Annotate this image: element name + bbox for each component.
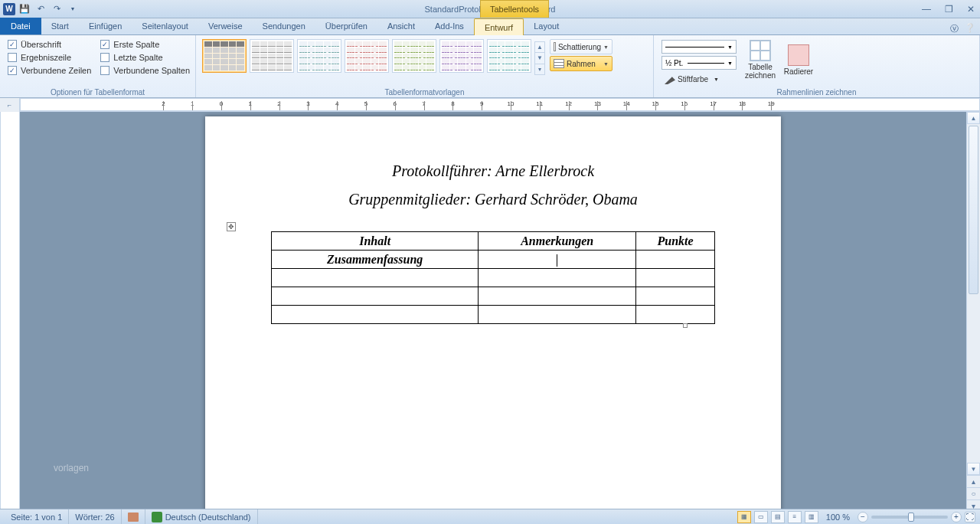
doc-line-gruppenmitglieder[interactable]: Gruppenmitglieder: Gerhard Schröder, Oba… xyxy=(236,191,750,208)
prev-page-button[interactable]: ▴ xyxy=(967,475,980,487)
save-icon[interactable]: 💾 xyxy=(18,2,31,16)
table-cell[interactable]: Zusammenfassung xyxy=(272,251,479,269)
zoom-level-label[interactable]: 100 % xyxy=(822,513,854,522)
line-weight-dropdown[interactable]: ½ Pt.▼ xyxy=(662,56,737,70)
zoom-out-button[interactable]: − xyxy=(858,512,868,522)
zoom-fit-button[interactable]: ⛶ xyxy=(965,512,975,522)
border-grid-icon xyxy=(554,59,564,68)
checkbox-ueberschrift[interactable]: ✓Überschrift xyxy=(8,40,91,49)
group-label-styles: Tabellenformatvorlagen xyxy=(196,88,653,97)
word-app-icon[interactable]: W xyxy=(3,3,15,15)
table-style-5[interactable] xyxy=(392,39,436,73)
qat-dropdown-icon[interactable]: ▼ xyxy=(66,2,80,16)
file-tab[interactable]: Datei xyxy=(0,18,41,34)
tab-ansicht[interactable]: Ansicht xyxy=(377,18,425,34)
tab-addins[interactable]: Add-Ins xyxy=(425,18,474,34)
tab-layout[interactable]: Layout xyxy=(524,18,569,34)
gallery-scroll-down-icon[interactable]: ▼ xyxy=(535,53,544,64)
scroll-up-button[interactable]: ▲ xyxy=(967,112,980,124)
table-row: Zusammenfassung xyxy=(272,251,715,269)
status-page[interactable]: Seite: 1 von 1 xyxy=(5,509,69,524)
table-style-2[interactable] xyxy=(250,39,294,73)
checkbox-erste-spalte[interactable]: ✓Erste Spalte xyxy=(100,40,190,49)
horizontal-ruler[interactable]: 21012345678910111213141516171819 xyxy=(20,98,980,111)
table-style-1[interactable] xyxy=(202,39,247,73)
eraser-button[interactable]: Radierer xyxy=(779,37,818,83)
tab-verweise[interactable]: Verweise xyxy=(198,18,253,34)
scroll-track[interactable] xyxy=(967,124,980,463)
gallery-expand-icon[interactable]: ▾ xyxy=(535,64,544,74)
tab-seitenlayout[interactable]: Seitenlayout xyxy=(132,18,198,34)
zoom-slider[interactable] xyxy=(871,516,948,519)
help-icon[interactable]: ❔ xyxy=(965,23,975,34)
table-cell[interactable] xyxy=(636,287,715,306)
borders-button[interactable]: Rahmen▼ xyxy=(550,56,612,71)
table-header-punkte[interactable]: Punkte xyxy=(636,232,715,251)
table-style-4[interactable] xyxy=(345,39,389,73)
tab-entwurf[interactable]: Entwurf xyxy=(474,18,524,35)
status-word-count[interactable]: Wörter: 26 xyxy=(69,509,121,524)
draw-table-icon xyxy=(750,40,771,61)
table-cell-active[interactable] xyxy=(479,251,636,269)
scroll-thumb[interactable] xyxy=(969,126,978,294)
table-cell[interactable] xyxy=(479,269,636,287)
table-cell[interactable] xyxy=(272,306,479,324)
scroll-down-button[interactable]: ▼ xyxy=(967,463,980,475)
table-cell[interactable] xyxy=(272,287,479,306)
doc-line-protokollfuehrer[interactable]: Protokollführer: Arne Ellerbrock xyxy=(236,162,750,180)
checkbox-ergebniszeile[interactable]: Ergebniszeile xyxy=(8,53,91,62)
table-cell[interactable] xyxy=(479,306,636,324)
view-outline-icon[interactable]: ≡ xyxy=(788,511,802,523)
restore-button[interactable]: ❐ xyxy=(942,4,956,15)
vertical-ruler[interactable] xyxy=(0,112,20,512)
ribbon: ✓Überschrift Ergebniszeile ✓Verbundene Z… xyxy=(0,35,980,98)
table-style-7[interactable] xyxy=(487,39,531,73)
view-fullscreen-icon[interactable]: ▭ xyxy=(754,511,768,523)
checkbox-verbundene-spalten[interactable]: Verbundene Spalten xyxy=(100,66,190,75)
book-icon xyxy=(128,513,139,522)
table-cell[interactable] xyxy=(272,269,479,287)
table-cell[interactable] xyxy=(636,251,715,269)
browse-object-button[interactable]: ○ xyxy=(967,487,980,499)
tab-sendungen[interactable]: Sendungen xyxy=(253,18,315,34)
table-move-handle-icon[interactable]: ✥ xyxy=(227,222,236,231)
table-resize-handle-icon[interactable] xyxy=(683,323,688,328)
quick-access-toolbar: W 💾 ↶ ↷ ▼ xyxy=(0,2,80,16)
document-table[interactable]: Inhalt Anmerkungen Punkte Zusammenfassun… xyxy=(271,231,715,324)
close-button[interactable]: ✕ xyxy=(965,4,977,15)
tab-einfuegen[interactable]: Einfügen xyxy=(79,18,132,34)
ruler-tab-selector[interactable]: ⌐ xyxy=(0,98,20,112)
checkbox-letzte-spalte[interactable]: Letzte Spalte xyxy=(100,53,190,62)
line-style-dropdown[interactable]: ▼ xyxy=(662,40,737,54)
status-proofing[interactable] xyxy=(122,509,145,524)
view-web-icon[interactable]: ▤ xyxy=(771,511,785,523)
pen-color-button[interactable]: Stiftfarbe▼ xyxy=(662,72,737,86)
tab-start[interactable]: Start xyxy=(41,18,79,34)
checkbox-verbundene-zeilen[interactable]: ✓Verbundene Zeilen xyxy=(8,66,91,75)
draw-table-button[interactable]: Tabelle zeichnen xyxy=(741,37,779,83)
zoom-in-button[interactable]: + xyxy=(951,512,962,522)
table-cell[interactable] xyxy=(636,306,715,324)
redo-icon[interactable]: ↷ xyxy=(50,2,64,16)
shading-button[interactable]: Schattierung▼ xyxy=(550,39,612,54)
ribbon-tab-strip: Datei Start Einfügen Seitenlayout Verwei… xyxy=(0,18,980,35)
gallery-scroll-up-icon[interactable]: ▲ xyxy=(535,42,544,53)
table-header-anmerkungen[interactable]: Anmerkungen xyxy=(479,232,636,251)
table-cell[interactable] xyxy=(479,287,636,306)
minimize-ribbon-icon[interactable]: ⓥ xyxy=(950,23,959,34)
table-cell[interactable] xyxy=(636,269,715,287)
view-draft-icon[interactable]: ▥ xyxy=(805,511,818,523)
document-viewport[interactable]: vorlagen Protokollführer: Arne Ellerbroc… xyxy=(20,112,966,512)
table-row: Inhalt Anmerkungen Punkte xyxy=(272,232,715,251)
page[interactable]: Protokollführer: Arne Ellerbrock Gruppen… xyxy=(205,116,781,512)
table-header-inhalt[interactable]: Inhalt xyxy=(272,232,479,251)
undo-icon[interactable]: ↶ xyxy=(34,2,47,16)
table-style-6[interactable] xyxy=(439,39,484,73)
minimize-button[interactable]: — xyxy=(920,4,933,15)
zoom-slider-thumb[interactable] xyxy=(908,513,914,522)
table-style-3[interactable] xyxy=(297,39,341,73)
status-language[interactable]: Deutsch (Deutschland) xyxy=(145,509,258,524)
group-label-options: Optionen für Tabellenformat xyxy=(0,88,195,97)
view-print-layout-icon[interactable]: ▦ xyxy=(737,511,751,523)
tab-ueberpruefen[interactable]: Überprüfen xyxy=(315,18,377,34)
